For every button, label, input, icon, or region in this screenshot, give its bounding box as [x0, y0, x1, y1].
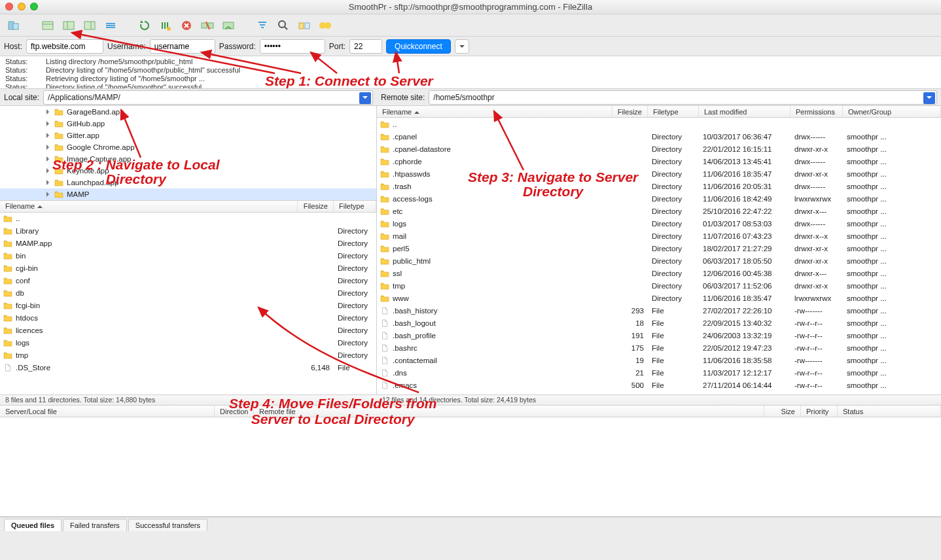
- expand-arrow-icon[interactable]: [44, 167, 54, 175]
- compare-dirs-icon[interactable]: [296, 18, 313, 33]
- file-row[interactable]: cgi-bin Directory: [0, 262, 376, 275]
- file-row[interactable]: .bash_profile 191 File 24/06/2003 13:32:…: [377, 329, 941, 341]
- chevron-down-icon[interactable]: [359, 92, 371, 104]
- expand-arrow-icon[interactable]: [44, 131, 54, 139]
- file-row[interactable]: perl5 Directory 18/02/2017 21:27:29 drwx…: [377, 242, 941, 254]
- file-row[interactable]: ssl Directory 12/06/2016 00:45:38 drwxr-…: [377, 267, 941, 279]
- file-row[interactable]: .dns 21 File 11/03/2017 12:12:17 -rw-r--…: [377, 366, 941, 379]
- queue-header[interactable]: Server/Local file Direction Remote file …: [0, 406, 941, 417]
- local-tree[interactable]: GarageBand.app GitHub.app Gitter.app Goo…: [0, 106, 377, 201]
- col-permissions[interactable]: Permissions: [790, 106, 843, 117]
- tab-failed-transfers[interactable]: Failed transfers: [63, 519, 127, 531]
- toggle-local-tree-icon[interactable]: [60, 18, 77, 33]
- expand-arrow-icon[interactable]: [44, 108, 54, 116]
- port-input[interactable]: [349, 39, 382, 54]
- col-status[interactable]: Status: [838, 406, 941, 417]
- file-row[interactable]: licences Directory: [0, 324, 376, 337]
- file-row[interactable]: bin Directory: [0, 250, 376, 262]
- reconnect-icon[interactable]: [220, 18, 237, 33]
- tree-item[interactable]: Launchpad.app: [0, 177, 376, 188]
- process-queue-icon[interactable]: [157, 18, 174, 33]
- tree-item[interactable]: Gitter.app: [0, 130, 376, 141]
- host-input[interactable]: [26, 39, 103, 54]
- file-row[interactable]: db Directory: [0, 287, 376, 300]
- local-site-combo[interactable]: /Applications/MAMP/: [43, 90, 373, 105]
- username-input[interactable]: [150, 39, 215, 54]
- file-row[interactable]: access-logs Directory 11/06/2016 18:42:4…: [377, 192, 941, 205]
- password-input[interactable]: [260, 39, 325, 54]
- file-row[interactable]: logs Directory 01/03/2017 08:53:03 drwx-…: [377, 217, 941, 230]
- remote-site-combo[interactable]: /home5/smoothpr: [429, 90, 937, 105]
- filter-icon[interactable]: [254, 18, 271, 33]
- file-row[interactable]: .DS_Store 6,148 File: [0, 362, 376, 374]
- file-row[interactable]: MAMP.app Directory: [0, 237, 376, 250]
- file-row[interactable]: tmp Directory: [0, 349, 376, 362]
- col-direction[interactable]: Direction: [215, 406, 254, 417]
- message-log[interactable]: Status:Listing directory /home5/smoothpr…: [0, 56, 941, 89]
- file-row[interactable]: mail Directory 11/07/2016 07:43:23 drwxr…: [377, 230, 941, 242]
- toggle-queue-icon[interactable]: [102, 18, 119, 33]
- col-filesize[interactable]: Filesize: [613, 106, 648, 117]
- minimize-window-icon[interactable]: [18, 3, 26, 10]
- tree-item[interactable]: GitHub.app: [0, 118, 376, 130]
- close-window-icon[interactable]: [5, 3, 13, 10]
- local-file-list[interactable]: Filename Filesize Filetype .. Library Di…: [0, 201, 377, 396]
- zoom-window-icon[interactable]: [30, 3, 38, 10]
- file-row[interactable]: .cphorde Directory 14/06/2013 13:45:41 d…: [377, 155, 941, 167]
- expand-arrow-icon[interactable]: [44, 179, 54, 186]
- quickconnect-history-dropdown[interactable]: [455, 39, 469, 54]
- tree-item[interactable]: MAMP: [0, 188, 376, 200]
- site-manager-icon[interactable]: [5, 18, 22, 33]
- col-filetype[interactable]: Filetype: [648, 106, 699, 117]
- expand-arrow-icon[interactable]: [44, 143, 54, 151]
- local-list-header[interactable]: Filename Filesize Filetype: [0, 201, 376, 213]
- col-priority[interactable]: Priority: [801, 406, 838, 417]
- col-owner[interactable]: Owner/Group: [843, 106, 941, 117]
- col-filesize[interactable]: Filesize: [298, 201, 334, 212]
- tab-queued-files[interactable]: Queued files: [4, 519, 62, 531]
- chevron-down-icon[interactable]: [923, 92, 935, 104]
- file-row[interactable]: htdocs Directory: [0, 312, 376, 324]
- file-row[interactable]: .contactemail 19 File 11/06/2016 18:35:5…: [377, 354, 941, 366]
- file-row[interactable]: .emacs 500 File 27/11/2014 06:14:44 -rw-…: [377, 379, 941, 391]
- file-row[interactable]: .cpanel-datastore Directory 22/01/2012 1…: [377, 143, 941, 155]
- col-filename[interactable]: Filename: [377, 106, 613, 117]
- file-row[interactable]: .bash_logout 18 File 22/09/2015 13:40:32…: [377, 317, 941, 329]
- file-row[interactable]: .bash_history 293 File 27/02/2017 22:26:…: [377, 304, 941, 317]
- file-row[interactable]: logs Directory: [0, 337, 376, 349]
- tree-item[interactable]: Image Capture.app: [0, 153, 376, 165]
- expand-arrow-icon[interactable]: [44, 155, 54, 163]
- file-row[interactable]: Library Directory: [0, 225, 376, 237]
- file-row[interactable]: public_html Directory 06/03/2017 18:05:5…: [377, 254, 941, 267]
- disconnect-icon[interactable]: [199, 18, 216, 33]
- tree-item[interactable]: GarageBand.app: [0, 106, 376, 118]
- file-row[interactable]: conf Directory: [0, 275, 376, 287]
- expand-arrow-icon[interactable]: [44, 120, 54, 128]
- file-row[interactable]: ..: [377, 118, 941, 130]
- remote-file-list[interactable]: Filename Filesize Filetype Last modified…: [377, 106, 941, 395]
- col-server-local[interactable]: Server/Local file: [0, 406, 215, 417]
- file-row[interactable]: .trash Directory 11/06/2016 20:05:31 drw…: [377, 180, 941, 192]
- toggle-log-icon[interactable]: [39, 18, 56, 33]
- file-row[interactable]: etc Directory 25/10/2016 22:47:22 drwxr-…: [377, 205, 941, 217]
- tab-successful-transfers[interactable]: Successful transfers: [128, 519, 207, 531]
- file-row[interactable]: ..: [0, 213, 376, 225]
- refresh-icon[interactable]: [136, 18, 153, 33]
- file-row[interactable]: tmp Directory 06/03/2017 11:52:06 drwxr-…: [377, 279, 941, 292]
- file-row[interactable]: .cpanel Directory 10/03/2017 06:36:47 dr…: [377, 130, 941, 143]
- col-size[interactable]: Size: [764, 406, 801, 417]
- transfer-queue[interactable]: Server/Local file Direction Remote file …: [0, 406, 941, 517]
- col-filename[interactable]: Filename: [0, 201, 298, 212]
- quickconnect-button[interactable]: Quickconnect: [386, 39, 451, 54]
- cancel-icon[interactable]: [178, 18, 195, 33]
- col-remote-file[interactable]: Remote file: [254, 406, 764, 417]
- file-row[interactable]: .htpasswds Directory 11/06/2016 18:35:47…: [377, 167, 941, 180]
- file-row[interactable]: .bashrc 175 File 22/05/2012 19:47:23 -rw…: [377, 341, 941, 354]
- col-modified[interactable]: Last modified: [699, 106, 790, 117]
- toggle-remote-tree-icon[interactable]: [81, 18, 98, 33]
- traffic-lights[interactable]: [5, 3, 38, 10]
- file-row[interactable]: fcgi-bin Directory: [0, 300, 376, 312]
- tree-item[interactable]: Keynote.app: [0, 165, 376, 177]
- search-icon[interactable]: [275, 18, 292, 33]
- remote-list-header[interactable]: Filename Filesize Filetype Last modified…: [377, 106, 941, 118]
